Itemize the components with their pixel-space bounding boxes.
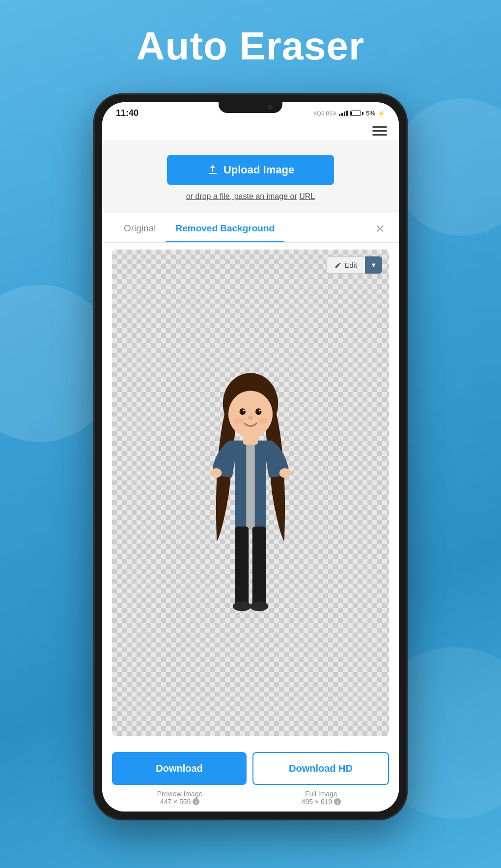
edit-dropdown-button[interactable]: ▼	[365, 256, 382, 274]
svg-rect-9	[246, 443, 255, 530]
preview-info-icon[interactable]: i	[193, 798, 199, 805]
svg-rect-10	[243, 435, 258, 445]
bg-circle-right	[393, 98, 501, 236]
hamburger-line-3	[372, 134, 387, 136]
network-label: KQ5 BEA	[313, 111, 336, 116]
notch-dot	[268, 105, 273, 110]
full-size: 495 × 619 i	[253, 798, 389, 806]
full-info: Full Image 495 × 619 i	[253, 790, 389, 806]
preview-size: 447 × 559 i	[112, 798, 248, 806]
svg-point-15	[233, 601, 251, 611]
full-label: Full Image	[253, 790, 389, 798]
image-area: Edit ▼	[102, 243, 399, 743]
svg-point-2	[240, 408, 246, 415]
svg-point-8	[258, 418, 268, 424]
preview-info: Preview Image 447 × 559 i	[112, 790, 248, 806]
phone-screen: 11:40 KQ5 BEA 5%	[102, 102, 399, 812]
edit-button-container: Edit ▼	[326, 256, 382, 274]
signal-bar-3	[344, 112, 345, 116]
svg-point-6	[248, 416, 253, 420]
svg-point-1	[228, 391, 273, 438]
tab-original[interactable]: Original	[114, 223, 166, 242]
signal-bar-4	[346, 111, 348, 116]
hamburger-menu-icon[interactable]	[372, 126, 387, 136]
child-figure	[187, 370, 314, 616]
preview-label: Preview Image	[112, 790, 248, 798]
url-link[interactable]: URL	[299, 192, 315, 200]
app-title: Auto Eraser	[0, 24, 501, 69]
battery	[350, 111, 363, 116]
hamburger-line-1	[372, 126, 387, 128]
status-icons: KQ5 BEA 5% ⚡	[313, 110, 385, 117]
tabs-list: Original Removed Background	[114, 223, 284, 241]
download-button[interactable]: Download	[112, 752, 247, 785]
signal-bars	[339, 111, 348, 116]
hamburger-line-2	[372, 130, 387, 132]
upload-icon	[207, 164, 219, 176]
svg-point-7	[233, 418, 243, 424]
svg-point-3	[255, 408, 262, 415]
battery-tip	[362, 112, 363, 115]
pencil-icon	[334, 262, 341, 269]
drop-text: or drop a file, paste an image or URL	[186, 192, 315, 201]
download-hd-button[interactable]: Download HD	[252, 752, 389, 785]
svg-point-12	[279, 468, 291, 478]
upload-section: Upload Image or drop a file, paste an im…	[102, 141, 399, 213]
svg-rect-13	[235, 527, 249, 607]
phone-notch	[219, 102, 282, 113]
svg-point-16	[250, 601, 269, 611]
full-info-icon[interactable]: i	[334, 798, 341, 805]
charging-icon: ⚡	[378, 110, 385, 117]
battery-percentage: 5%	[366, 110, 375, 117]
signal-bar-2	[341, 113, 343, 116]
svg-point-4	[243, 410, 245, 412]
battery-fill	[351, 112, 352, 115]
svg-rect-14	[252, 527, 266, 607]
signal-bar-1	[339, 114, 340, 116]
phone-frame: 11:40 KQ5 BEA 5%	[93, 93, 408, 820]
edit-button[interactable]: Edit	[326, 256, 365, 274]
download-buttons: Download Download HD	[112, 752, 389, 785]
upload-button-label: Upload Image	[223, 164, 294, 176]
download-section: Download Download HD Preview Image 447 ×…	[102, 743, 399, 812]
tab-removed-background[interactable]: Removed Background	[166, 223, 284, 242]
svg-point-11	[211, 468, 222, 478]
tabs-section: Original Removed Background ✕	[102, 213, 399, 243]
app-header	[102, 121, 399, 141]
status-time: 11:40	[116, 108, 139, 118]
battery-body	[350, 111, 361, 116]
close-button[interactable]: ✕	[373, 222, 387, 243]
svg-point-5	[259, 410, 261, 412]
checkerboard-bg: Edit ▼	[112, 250, 389, 736]
upload-button[interactable]: Upload Image	[167, 155, 334, 185]
download-info: Preview Image 447 × 559 i Full Image 495…	[112, 790, 389, 806]
